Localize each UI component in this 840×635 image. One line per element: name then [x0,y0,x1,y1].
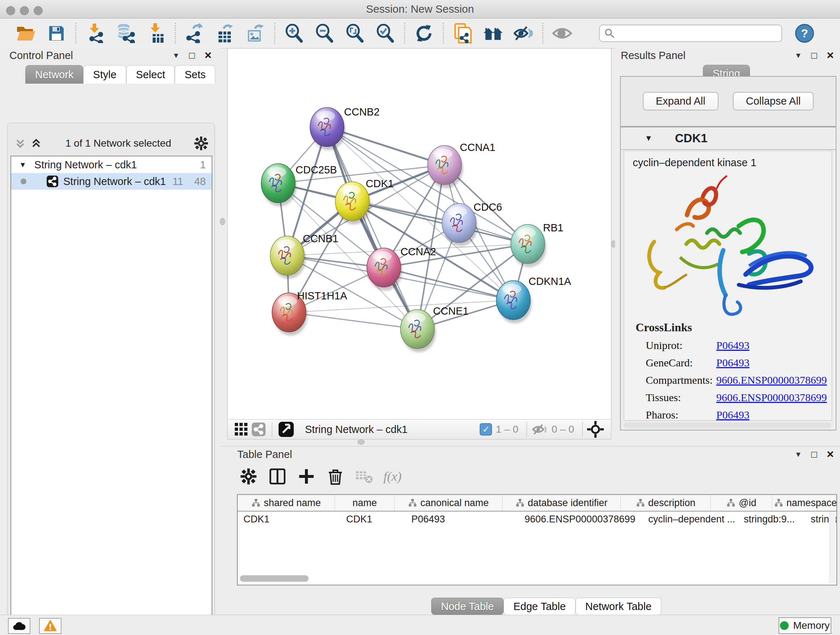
save-session-icon[interactable] [46,23,66,43]
network-options-gear-icon[interactable] [194,136,208,150]
home-icon[interactable] [483,23,503,43]
import-table-icon[interactable] [146,23,166,43]
tab-network-table[interactable]: Network Table [576,598,661,615]
table-cell[interactable]: CDK1 [238,514,340,525]
birdseye-view-icon[interactable] [278,421,294,437]
panel-collapse-icon[interactable]: ▼ [795,51,802,60]
panel-close-icon[interactable]: ✕ [204,50,212,61]
svg-text:CCNA1: CCNA1 [460,141,495,153]
column-header--id[interactable]: @id [711,495,772,511]
network-view-canvas[interactable]: CCNB2CCNA1CDC25BCDK1CDC6RB1CCNB1CCNA2CDK… [227,48,611,420]
tab-edge-table[interactable]: Edge Table [504,598,576,615]
table-vertical-scrollbar[interactable] [829,511,836,583]
panel-float-icon[interactable]: □ [811,449,817,460]
crosslink-label: GeneCard: [646,356,716,369]
node-table[interactable]: shared namenamecanonical namedatabase id… [237,494,837,585]
delete-column-icon[interactable] [325,467,345,486]
column-header-name[interactable]: name [335,495,395,511]
import-network-from-database-icon[interactable] [115,23,136,43]
network-share-icon[interactable] [251,422,266,437]
column-header-canonical-name[interactable]: canonical name [395,495,502,511]
window-minimize-button[interactable] [20,6,29,15]
network-collection-row[interactable]: ▼ String Network – cdk1 1 [11,157,212,173]
column-header-shared-name[interactable]: shared name [238,495,335,511]
panel-close-icon[interactable]: ✕ [826,50,834,61]
export-image-icon[interactable] [245,23,265,43]
column-namespace-icon [251,499,260,507]
crosslink-link[interactable]: P06493 [716,356,750,369]
window-close-button[interactable] [6,6,15,15]
results-horizontal-scrollbar[interactable] [624,423,831,428]
tab-style[interactable]: Style [83,65,126,84]
toolbar-separator [526,422,527,437]
panel-float-icon[interactable]: □ [811,50,817,61]
column-namespace-icon [515,499,524,507]
string-network-graph: CCNB2CCNA1CDC25BCDK1CDC6RB1CCNB1CCNA2CDK… [227,49,610,419]
expand-all-button[interactable]: Expand All [643,92,718,111]
column-header-description[interactable]: description [621,495,711,511]
node-details-expander-icon[interactable]: ▼ [645,134,653,143]
collapse-all-networks-icon[interactable] [14,137,27,149]
crosslink-link[interactable]: 9606.ENSP00000378699 [716,374,827,386]
export-table-icon[interactable] [215,23,235,43]
table-cell[interactable]: CDK1 [340,514,406,525]
bottom-splitter-handle[interactable] [357,440,365,445]
zoom-fit-icon[interactable] [345,23,365,43]
table-cell[interactable]: cyclin–dependent ... [643,514,738,525]
crosslink-link[interactable]: P06493 [716,339,750,352]
hide-unhide-icon[interactable] [513,23,534,43]
column-header-database-identifier[interactable]: database identifier [502,495,621,511]
column-header-namespace[interactable]: namespace [772,495,837,511]
create-column-icon[interactable] [297,467,316,486]
show-graphics-icon[interactable] [552,23,572,43]
edge-count: 48 [194,176,206,187]
network-tree: ▼ String Network – cdk1 1 String Network… [11,156,212,635]
table-cell[interactable]: stringdb:9... [738,514,805,525]
import-network-icon[interactable] [85,23,105,43]
export-network-icon[interactable] [185,23,205,43]
refresh-icon[interactable] [414,23,434,43]
expand-all-networks-icon[interactable] [30,137,42,149]
show-columns-icon[interactable] [268,467,287,486]
zoom-selected-icon[interactable] [375,23,395,43]
table-horizontal-scrollbar[interactable] [240,575,309,582]
panel-float-icon[interactable]: □ [189,50,195,61]
panel-collapse-icon[interactable]: ▼ [172,51,180,60]
crosslink-label: Uniprot: [646,339,716,352]
crosslink-link[interactable]: 9606.ENSP00000378699 [716,391,827,404]
crosslink-link[interactable]: P06493 [716,409,750,421]
collapse-all-button[interactable]: Collapse All [733,92,814,111]
crosslinks-heading: CrossLinks [636,321,832,334]
table-cell[interactable]: 9606.ENSP00000378699 [519,514,643,525]
left-splitter-handle[interactable] [220,218,225,225]
hidden-count: 0 – 0 [552,424,574,435]
table-cell[interactable]: P06493 [406,514,519,525]
reposition-crosshair-icon[interactable] [587,421,604,438]
column-namespace-icon [774,499,783,507]
tab-node-table[interactable]: Node Table [431,598,504,615]
open-session-icon[interactable] [16,23,36,43]
tab-sets[interactable]: Sets [175,65,215,84]
svg-text:CCNB1: CCNB1 [303,233,338,244]
main-toolbar: ? [0,19,840,49]
table-options-gear-icon[interactable] [239,467,258,486]
panel-collapse-icon[interactable]: ▼ [795,450,802,459]
tree-expander-icon[interactable]: ▼ [19,161,27,169]
zoom-out-icon[interactable] [314,23,335,43]
help-icon[interactable]: ? [795,24,814,43]
memory-button[interactable]: Memory [778,617,831,634]
svg-text:CDKN1A: CDKN1A [529,276,571,287]
tab-select[interactable]: Select [126,65,175,84]
warnings-button[interactable] [39,618,62,634]
network-row[interactable]: String Network – cdk1 11 48 [11,173,212,190]
search-input[interactable] [599,25,782,42]
duplicate-network-icon[interactable] [453,23,473,43]
zoom-in-icon[interactable] [284,23,304,43]
window-zoom-button[interactable] [34,6,43,15]
grid-view-icon[interactable] [234,422,248,437]
panel-close-icon[interactable]: ✕ [826,449,834,460]
table-row[interactable]: CDK1CDK1P064939606.ENSP00000378699cyclin… [238,511,836,527]
tab-network[interactable]: Network [25,65,83,84]
cloud-status-button[interactable] [8,618,30,634]
selected-checkbox-icon[interactable]: ✓ [480,423,492,435]
